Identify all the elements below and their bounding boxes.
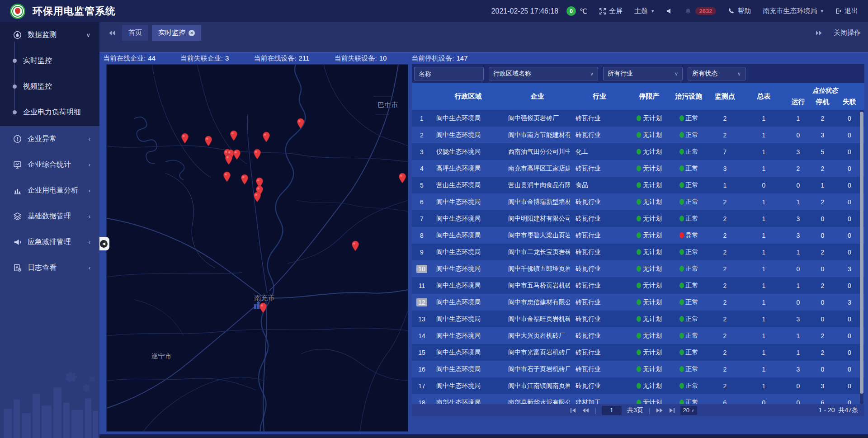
- cell-meter-count: 0: [742, 177, 786, 193]
- industry-filter-select[interactable]: 所有行业∨: [603, 67, 683, 80]
- phone-icon: [728, 8, 735, 14]
- sidebar-item-enterprise-abnormal[interactable]: 企业异常‹: [0, 126, 99, 152]
- app-screen: 环保用电监管系统 2021-02-25 17:46:18 0 ℃ 全屏 主题▾ …: [0, 0, 868, 438]
- cell-stop-count: 0: [811, 361, 835, 377]
- region-filter-select[interactable]: 行政区域名称∨: [489, 67, 598, 80]
- table-row[interactable]: 11阆中生态环境局阆中市五马桥页岩机砖砖瓦行业无计划正常21120: [412, 277, 864, 294]
- megaphone-icon: [13, 238, 22, 246]
- sidebar-item-label: 企业综合统计: [28, 160, 71, 170]
- sidebar-item-emergency-reduction[interactable]: 应急减排管理‹: [0, 229, 99, 255]
- status-dot-icon: [637, 333, 641, 339]
- sidebar-watermark: [0, 366, 99, 438]
- collapse-map-button[interactable]: ◀: [99, 237, 109, 250]
- first-page-button[interactable]: [570, 408, 576, 413]
- cell-index: 13: [412, 311, 432, 327]
- sidebar-item-power-analysis[interactable]: 企业用电量分析‹: [0, 178, 99, 203]
- theme-dropdown[interactable]: 主题▾: [634, 7, 654, 15]
- prev-page-button[interactable]: [582, 408, 589, 413]
- sidebar-item-video-monitoring[interactable]: 视频监控: [0, 74, 99, 99]
- table-row[interactable]: 8阆中生态环境局阆中市枣碧大梁山页岩砖瓦行业无计划异常21300: [412, 227, 864, 244]
- cell-meter-count: 1: [742, 127, 786, 143]
- tabs-scroll-left-button[interactable]: [105, 25, 118, 41]
- fullscreen-button[interactable]: 全屏: [599, 7, 623, 15]
- sidebar-item-log-view[interactable]: 日志查看‹: [0, 255, 99, 281]
- chevron-left-icon: ‹: [89, 136, 90, 142]
- column-header-monitor: 监测点: [708, 83, 742, 110]
- table-row[interactable]: 13阆中生态环境局阆中市金福旺页岩机砖砖瓦行业无计划正常21300: [412, 311, 864, 327]
- status-dot-icon: [637, 165, 641, 171]
- sidebar-item-base-data[interactable]: 基础数据管理‹: [0, 203, 99, 229]
- cell-index: 12: [412, 294, 432, 311]
- notifications[interactable]: 2632: [684, 7, 717, 15]
- cell-region: 阆中生态环境局: [432, 311, 505, 327]
- tab-home[interactable]: 首页: [122, 25, 148, 41]
- table-header: 行政区域 企业 行业 停限产 治污设施 监测点 总表 点位状态 运行 停机 失联: [412, 83, 864, 110]
- chevron-down-icon: ▾: [651, 8, 654, 14]
- status-dot-icon: [637, 216, 641, 221]
- cell-stop-count: 3: [811, 377, 835, 394]
- cell-index: 16: [412, 361, 432, 377]
- cell-enterprise: 阆中市忠信建材有限公: [505, 294, 570, 311]
- table-row[interactable]: 18南部生态环境局南部县新华水泥有限公建材加工无计划正常60060: [412, 394, 864, 404]
- cell-stop-count: 5: [811, 143, 835, 160]
- scrollbar-thumb[interactable]: [860, 112, 863, 394]
- tab-realtime-monitoring[interactable]: 实时监控 ✕: [152, 25, 201, 41]
- cell-stop-count: 0: [811, 260, 835, 277]
- stat-item: 当前失联企业:3: [180, 54, 229, 63]
- point-status-group-label: 点位状态: [786, 87, 864, 98]
- filter-bar: 行政区域名称∨ 所有行业∨ 所有状态∨: [412, 64, 864, 83]
- name-filter-input[interactable]: [414, 67, 484, 80]
- tabs-scroll-right-button[interactable]: [812, 25, 826, 41]
- status-dot-icon: [679, 316, 684, 322]
- map-panel[interactable]: 巴中市南充市遂宁市: [106, 64, 408, 432]
- sidebar-item-data-monitoring[interactable]: 数据监测∨: [0, 22, 99, 48]
- speaker-icon: [666, 8, 673, 14]
- last-page-button[interactable]: [669, 408, 675, 413]
- table-row[interactable]: 16阆中生态环境局阆中市石子页岩机砖厂砖瓦行业无计划正常21300: [412, 361, 864, 377]
- table-row[interactable]: 12阆中生态环境局阆中市忠信建材有限公砖瓦行业无计划正常21003: [412, 294, 864, 311]
- table-row[interactable]: 6阆中生态环境局阆中市金博瑞新型墙材砖瓦行业无计划正常21120: [412, 193, 864, 210]
- stat-item: 当前失联设备:10: [334, 54, 387, 63]
- cell-run-count: 1: [786, 344, 811, 361]
- table-row[interactable]: 9阆中生态环境局阆中市二龙长宝页岩砖砖瓦行业无计划正常21120: [412, 244, 864, 260]
- chevron-down-icon: ∨: [86, 32, 90, 38]
- mute-button[interactable]: [666, 8, 673, 14]
- cell-region: 阆中生态环境局: [432, 260, 505, 277]
- table-row[interactable]: 10阆中生态环境局阆中千佛镇五郎垭页岩砖瓦行业无计划正常21003: [412, 260, 864, 277]
- table-row[interactable]: 15阆中生态环境局阆中市光富页岩机砖厂砖瓦行业无计划正常21120: [412, 344, 864, 361]
- sidebar-item-label: 数据监测: [28, 30, 57, 40]
- table-row[interactable]: 2阆中生态环境局阆中市南方节能建材有砖瓦行业无计划正常21030: [412, 127, 864, 143]
- logout-button[interactable]: 退出: [835, 7, 858, 15]
- column-header-enterprise: 企业: [505, 83, 570, 110]
- cell-industry: 砖瓦行业: [570, 227, 629, 244]
- table-row[interactable]: 5营山生态环境局营山县润丰肉食品有限食品无计划正常10010: [412, 177, 864, 193]
- cell-run-count: 0: [786, 377, 811, 394]
- cell-run-count: 1: [786, 244, 811, 260]
- cell-treatment-status: 正常: [670, 177, 708, 193]
- close-operations-button[interactable]: 关闭操作: [834, 28, 861, 37]
- page-number-input[interactable]: [602, 406, 622, 415]
- table-row[interactable]: 1阆中生态环境局阆中强锐页岩砖厂砖瓦行业无计划正常21120: [412, 110, 864, 127]
- help-button[interactable]: 帮助: [728, 7, 751, 15]
- status-dot-icon: [637, 283, 641, 288]
- table-row[interactable]: 17阆中生态环境局阆中市江南镇阆南页岩砖瓦行业无计划正常21030: [412, 377, 864, 394]
- table-row[interactable]: 4高坪生态环境局南充市高坪区王家店建砖瓦行业无计划正常31220: [412, 160, 864, 177]
- cell-limit-status: 无计划: [629, 160, 670, 177]
- org-dropdown[interactable]: 南充市生态环境局▾: [763, 7, 823, 15]
- status-filter-select[interactable]: 所有状态∨: [688, 67, 745, 80]
- cell-industry: 砖瓦行业: [570, 311, 629, 327]
- table-scrollbar[interactable]: [860, 110, 863, 404]
- next-page-button[interactable]: [656, 408, 663, 413]
- cell-industry: 建材加工: [570, 394, 629, 404]
- sidebar-item-realtime-monitoring[interactable]: 实时监控: [0, 48, 99, 74]
- cell-enterprise: 阆中市金博瑞新型墙材: [505, 193, 570, 210]
- cell-run-count: 0: [786, 127, 811, 143]
- sidebar-item-power-load-detail[interactable]: 企业电力负荷明细: [0, 99, 99, 125]
- cell-limit-status: 无计划: [629, 377, 670, 394]
- table-row[interactable]: 3仪陇生态环境局西南油气田分公司川中化工无计划正常71350: [412, 143, 864, 160]
- table-row[interactable]: 7阆中生态环境局阆中明阳建材有限公司砖瓦行业无计划正常21300: [412, 210, 864, 227]
- sidebar-item-enterprise-stats[interactable]: 企业综合统计‹: [0, 152, 99, 178]
- tab-close-icon[interactable]: ✕: [189, 30, 195, 36]
- table-row[interactable]: 14阆中生态环境局阆中大兴页岩机砖厂砖瓦行业无计划正常21120: [412, 327, 864, 344]
- page-size-select[interactable]: 20∨: [680, 406, 697, 415]
